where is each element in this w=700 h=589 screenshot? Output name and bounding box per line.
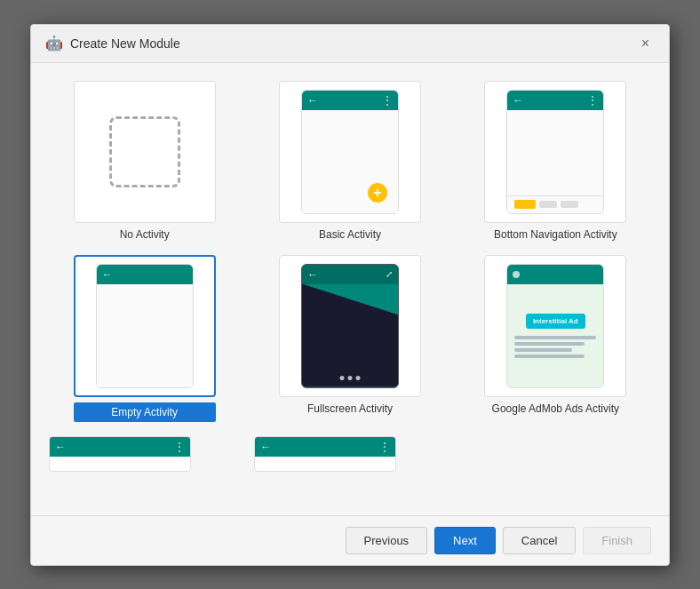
content-area: No Activity ← ⋮ + Basic Activity (31, 63, 669, 515)
previous-button[interactable]: Previous (346, 527, 428, 554)
partial-arrow-2: ← (260, 441, 271, 453)
back-arrow-icon-2: ← (513, 94, 523, 107)
nav-item-3 (561, 201, 578, 208)
partial-placeholder (460, 436, 602, 472)
back-arrow-icon-4: ← (307, 268, 318, 281)
ad-banner: Interstitial Ad (526, 314, 585, 329)
basic-activity-body: + (302, 110, 398, 213)
diag-dark-overlay (302, 284, 398, 387)
fullscreen-topbar: ← ⤢ (302, 265, 398, 284)
bottom-nav-bar (507, 195, 603, 213)
partial-preview-2: ← ⋮ (254, 436, 396, 472)
admob-circle-icon (513, 271, 520, 278)
menu-dots-icon: ⋮ (382, 94, 393, 107)
fullscreen-dots (339, 376, 360, 380)
module-preview-admob: Interstitial Ad (484, 255, 626, 397)
empty-activity-body (97, 284, 193, 387)
module-label-empty-activity: Empty Activity (74, 402, 216, 422)
cancel-button[interactable]: Cancel (503, 527, 576, 554)
module-item-empty-activity[interactable]: ← Empty Activity (49, 255, 240, 422)
ad-line-3 (514, 348, 571, 352)
title-bar-left: 🤖 Create New Module (45, 35, 180, 52)
partial-dots-1: ⋮ (174, 441, 185, 453)
module-item-bottom-nav[interactable]: ← ⋮ Bottom Navigation Activity (460, 81, 651, 241)
fullscreen-diag (302, 284, 398, 387)
ad-line-1 (514, 336, 596, 339)
partial-arrow-1: ← (55, 441, 66, 453)
android-icon: 🤖 (45, 35, 63, 52)
module-preview-no-activity (74, 81, 216, 223)
basic-activity-phone: ← ⋮ + (301, 90, 399, 214)
module-preview-basic-activity: ← ⋮ + (279, 81, 421, 223)
module-item-admob[interactable]: Interstitial Ad Google AdMob Ads Activit… (460, 255, 651, 422)
module-label-no-activity: No Activity (120, 228, 170, 241)
nav-item-1 (514, 200, 536, 209)
finish-button: Finish (583, 527, 651, 554)
partial-preview-1: ← ⋮ (49, 436, 191, 472)
admob-phone: Interstitial Ad (506, 264, 604, 388)
close-button[interactable]: × (636, 34, 655, 53)
expand-icon: ⤢ (386, 269, 393, 279)
back-arrow-icon: ← (307, 94, 318, 107)
dot-1 (339, 376, 344, 380)
fab-button-icon: + (368, 183, 387, 203)
module-item-basic-activity[interactable]: ← ⋮ + Basic Activity (254, 81, 445, 241)
partial-topbar-1: ← ⋮ (50, 437, 190, 457)
title-bar: 🤖 Create New Module × (31, 25, 669, 63)
ad-line-2 (514, 342, 584, 346)
module-grid: No Activity ← ⋮ + Basic Activity (49, 81, 651, 422)
create-module-dialog: 🤖 Create New Module × No Activity ← (30, 24, 670, 566)
partial-dots-2: ⋮ (379, 441, 390, 453)
partial-row: ← ⋮ ← ⋮ (49, 436, 651, 472)
dialog-title: Create New Module (70, 36, 180, 51)
admob-topbar (507, 265, 603, 284)
dialog-footer: Previous Next Cancel Finish (31, 515, 669, 565)
partial-topbar-2: ← ⋮ (255, 437, 395, 457)
fullscreen-phone: ← ⤢ (301, 264, 399, 388)
menu-dots-icon-2: ⋮ (587, 94, 598, 107)
dot-3 (355, 376, 360, 380)
admob-body: Interstitial Ad (507, 284, 603, 387)
ad-line-4 (514, 354, 584, 358)
ad-lines (514, 336, 596, 358)
bottom-nav-topbar: ← ⋮ (507, 91, 603, 110)
next-button[interactable]: Next (434, 527, 496, 554)
bottom-nav-phone: ← ⋮ (506, 90, 604, 214)
dot-2 (347, 376, 352, 380)
module-item-no-activity[interactable]: No Activity (49, 81, 240, 241)
module-label-fullscreen: Fullscreen Activity (307, 402, 393, 415)
no-activity-dashed-box (109, 116, 180, 187)
empty-activity-topbar: ← (97, 265, 193, 284)
basic-activity-topbar: ← ⋮ (302, 91, 398, 110)
back-arrow-icon-3: ← (102, 268, 113, 281)
bottom-nav-body (507, 110, 603, 195)
module-preview-bottom-nav: ← ⋮ (484, 81, 626, 223)
module-label-admob: Google AdMob Ads Activity (492, 402, 619, 415)
module-label-bottom-nav: Bottom Navigation Activity (494, 228, 617, 241)
module-preview-empty-activity: ← (74, 255, 216, 397)
empty-activity-phone: ← (96, 264, 194, 388)
module-preview-fullscreen: ← ⤢ (279, 255, 421, 397)
module-item-fullscreen[interactable]: ← ⤢ Fullscreen Activity (254, 255, 445, 422)
nav-item-2 (539, 201, 557, 208)
module-label-basic-activity: Basic Activity (319, 228, 381, 241)
